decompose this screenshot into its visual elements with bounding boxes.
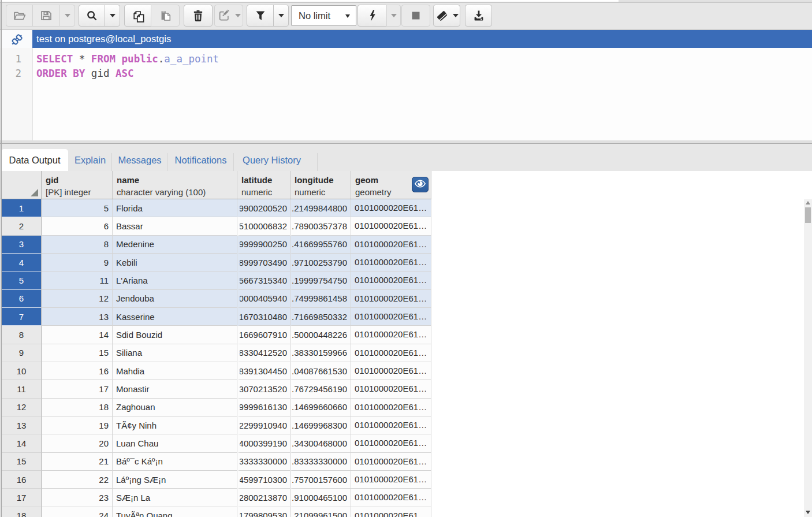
scrollbar-thumb[interactable] [805,207,811,223]
cell-geom[interactable]: 0101000020E6100000 [351,399,431,416]
cell-name[interactable]: Sdid Bouzid [113,326,237,344]
scrollbar-down-icon[interactable] [806,511,810,514]
filter-options-button[interactable] [273,5,289,27]
cell-name[interactable]: Siliana [113,344,237,362]
clear-button[interactable] [433,5,460,27]
cell-longitude[interactable]: 106.75700157600 [290,471,351,489]
scrollbar-up-icon[interactable] [806,201,810,204]
row-number[interactable]: 12 [2,399,42,416]
cell-name[interactable]: Láº¡ng SÆ¡n [113,471,237,489]
row-number[interactable]: 10 [2,362,42,380]
cell-name[interactable]: TÃ¢y Ninh [113,416,237,434]
column-header-longitude[interactable]: longitudenumeric [290,171,351,199]
cell-geom[interactable]: 0101000020E6100000 [351,453,431,471]
tab-explain[interactable]: Explain [68,149,112,171]
cell-geom[interactable]: 0101000020E6100000 [351,290,431,308]
cell-name[interactable]: Kasserine [113,308,237,326]
cell-name[interactable]: SÆ¡n La [113,489,237,507]
cell-name[interactable]: Báº¯c Káº¡n [113,453,237,471]
cell-geom[interactable]: 0101000020E6100000 [351,471,431,489]
find-button[interactable] [79,5,105,27]
cell-geom[interactable]: 0101000020E6100000 [351,254,431,271]
cell-latitude[interactable]: 35.73070213520 [237,380,290,398]
cell-gid[interactable]: 19 [42,416,113,434]
cell-name[interactable]: Medenine [113,236,237,254]
cell-gid[interactable]: 14 [42,326,113,344]
cell-geom[interactable]: 0101000020E6100000 [351,489,431,507]
filter-button[interactable] [247,5,274,27]
tab-messages[interactable]: Messages [112,149,167,171]
cell-longitude[interactable]: -56.21499844800 [290,199,351,217]
cell-gid[interactable]: 13 [42,308,113,326]
cell-longitude[interactable]: 10.19999754750 [290,271,351,289]
cell-longitude[interactable]: 105.83333330000 [290,453,351,471]
tab-notifications[interactable]: Notifications [167,149,234,171]
cell-geom[interactable]: 0101000020E6100000 [351,326,431,344]
row-number[interactable]: 3 [2,236,42,254]
cell-latitude[interactable]: 36.85667315340 [237,271,290,289]
execute-button[interactable] [357,5,387,27]
row-number[interactable]: 1 [2,199,42,217]
cell-longitude[interactable]: 9.38330159966 [290,344,351,362]
tab-query-history[interactable]: Query History [234,149,310,171]
cell-longitude[interactable]: 105.21099961500 [290,507,351,517]
cell-geom[interactable]: 0101000020E6100000 [351,217,431,235]
cell-latitude[interactable]: 11.32299910940 [237,416,290,434]
cell-name[interactable]: Mahdia [113,362,237,380]
cell-gid[interactable]: 5 [42,199,113,217]
sql-code[interactable]: SELECT * FROM public.a_a_pointORDER BY g… [36,52,219,81]
cell-gid[interactable]: 22 [42,471,113,489]
cell-latitude[interactable]: 22.13333330000 [237,453,290,471]
cell-longitude[interactable]: 10.76729456190 [290,380,351,398]
stop-button[interactable] [401,5,430,27]
cell-geom[interactable]: 0101000020E6100000 [351,236,431,254]
cell-name[interactable]: Jendouba [113,290,237,308]
open-file-button[interactable] [6,5,33,27]
cell-longitude[interactable]: 103.91000465100 [290,489,351,507]
cell-gid[interactable]: 9 [42,254,113,271]
cell-geom[interactable]: 0101000020E6100000 [351,271,431,289]
cell-name[interactable]: Florida [113,199,237,217]
cell-geom[interactable]: 0101000020E6100000 [351,416,431,434]
cell-geom[interactable]: 0101000020E6100000 [351,507,431,517]
row-number[interactable]: 5 [2,271,42,289]
find-options-button[interactable] [105,5,120,27]
column-header-name[interactable]: namecharacter varying (100) [113,171,237,199]
row-number[interactable]: 7 [2,308,42,326]
row-number[interactable]: 15 [2,453,42,471]
cell-gid[interactable]: 17 [42,380,113,398]
row-number[interactable]: 2 [2,217,42,235]
scrollbar-track[interactable] [804,199,812,517]
cell-name[interactable]: Bassar [113,217,237,235]
row-number[interactable]: 4 [2,254,42,271]
paste-button[interactable] [151,5,180,27]
cell-gid[interactable]: 21 [42,453,113,471]
save-options-button[interactable] [59,5,75,27]
cell-latitude[interactable]: 33.68999703490 [237,254,290,271]
cell-name[interactable]: Zaghouan [113,399,237,416]
cell-gid[interactable]: 18 [42,399,113,416]
cell-latitude[interactable]: 36.50000405940 [237,290,290,308]
row-number[interactable]: 11 [2,380,42,398]
cell-latitude[interactable]: 21.84599710300 [237,471,290,489]
sql-editor[interactable]: 12 SELECT * FROM public.a_a_pointORDER B… [0,48,812,140]
save-button[interactable] [32,5,60,27]
grid-vertical-scrollbar[interactable] [804,199,812,517]
cell-name[interactable]: Luan Chau [113,434,237,452]
cell-latitude[interactable]: 36.08330412520 [237,344,290,362]
cell-longitude[interactable]: 106.14699968300 [290,416,351,434]
cell-longitude[interactable]: 8.71669850332 [290,308,351,326]
cell-longitude[interactable]: 0.78900357378 [290,217,351,235]
cell-longitude[interactable]: 8.97100253790 [290,254,351,271]
row-number[interactable]: 13 [2,416,42,434]
row-number[interactable]: 8 [2,326,42,344]
tab-data-output[interactable]: Data Output [1,149,68,171]
cell-geom[interactable]: 0101000020E6100000 [351,308,431,326]
cell-geom[interactable]: 0101000020E6100000 [351,199,431,217]
cell-longitude[interactable]: 9.50000448226 [290,326,351,344]
connection-status-cell[interactable] [0,30,32,48]
column-header-gid[interactable]: gid[PK] integer [42,171,113,199]
row-number[interactable]: 16 [2,471,42,489]
row-number[interactable]: 9 [2,344,42,362]
cell-name[interactable]: TuyÃªn Quang [113,507,237,517]
